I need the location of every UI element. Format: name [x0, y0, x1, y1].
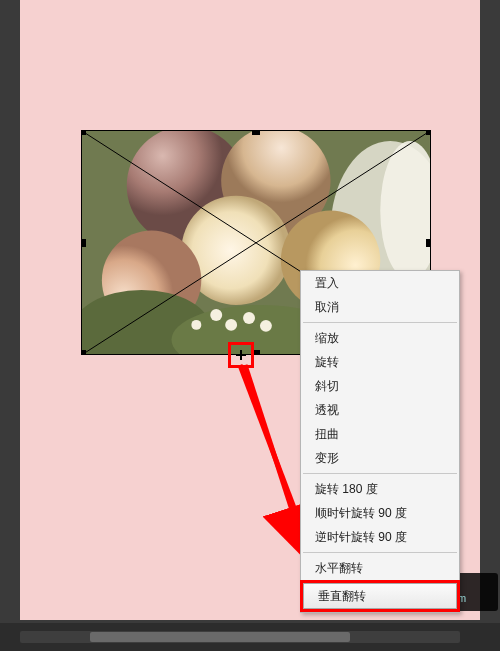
menu-separator [303, 322, 457, 323]
menu-item-skew[interactable]: 斜切 [301, 374, 459, 398]
menu-item-perspective[interactable]: 透视 [301, 398, 459, 422]
menu-item-rotate[interactable]: 旋转 [301, 350, 459, 374]
vertical-scrollbar[interactable] [482, 0, 500, 623]
menu-item-flip-horizontal[interactable]: 水平翻转 [301, 556, 459, 580]
menu-item-rotate-ccw-90[interactable]: 逆时针旋转 90 度 [301, 525, 459, 549]
ruler-left [0, 0, 20, 620]
transform-handle-tr[interactable] [426, 130, 431, 135]
annotation-menu-highlight: 垂直翻转 [300, 580, 460, 612]
menu-separator [303, 473, 457, 474]
horizontal-scrollbar[interactable] [20, 631, 460, 643]
transform-handle-tm[interactable] [252, 130, 260, 135]
viewport: 置入 取消 缩放 旋转 斜切 透视 扭曲 变形 旋转 180 度 顺时针旋转 9… [0, 0, 500, 651]
menu-item-flip-vertical[interactable]: 垂直翻转 [303, 583, 457, 609]
menu-item-warp[interactable]: 变形 [301, 446, 459, 470]
transform-handle-bl[interactable] [81, 350, 86, 355]
menu-item-rotate-180[interactable]: 旋转 180 度 [301, 477, 459, 501]
menu-separator [303, 552, 457, 553]
menu-item-cancel[interactable]: 取消 [301, 295, 459, 319]
horizontal-scroll-thumb[interactable] [90, 632, 350, 642]
bottom-bar [0, 623, 500, 651]
menu-item-scale[interactable]: 缩放 [301, 326, 459, 350]
transform-handle-tl[interactable] [81, 130, 86, 135]
menu-item-rotate-cw-90[interactable]: 顺时针旋转 90 度 [301, 501, 459, 525]
transform-handle-mr[interactable] [426, 239, 431, 247]
context-menu: 置入 取消 缩放 旋转 斜切 透视 扭曲 变形 旋转 180 度 顺时针旋转 9… [300, 270, 460, 613]
svg-line-18 [245, 365, 305, 550]
transform-handle-ml[interactable] [81, 239, 86, 247]
menu-item-distort[interactable]: 扭曲 [301, 422, 459, 446]
menu-item-place[interactable]: 置入 [301, 271, 459, 295]
